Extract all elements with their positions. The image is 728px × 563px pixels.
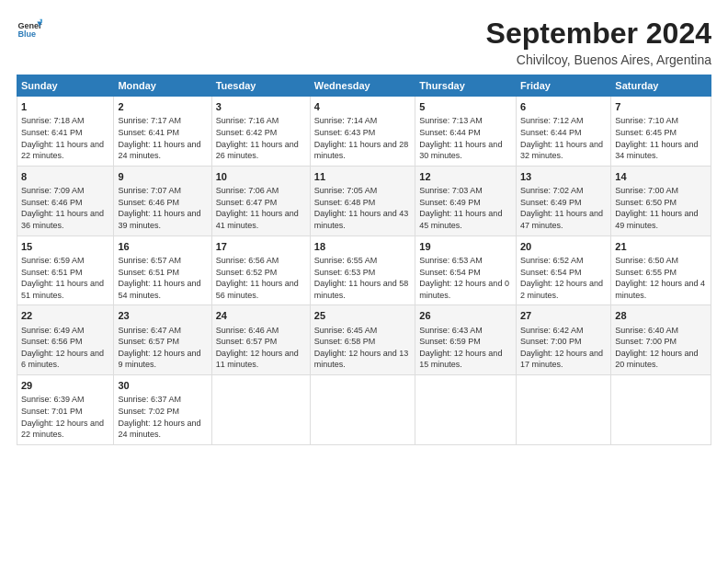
calendar-cell — [310, 375, 415, 445]
sunrise: Sunrise: 6:47 AM — [118, 326, 181, 335]
table-row: 1Sunrise: 7:18 AMSunset: 6:41 PMDaylight… — [17, 97, 711, 167]
daylight: Daylight: 11 hours and 47 minutes. — [520, 209, 603, 230]
calendar-cell: 7Sunrise: 7:10 AMSunset: 6:45 PMDaylight… — [611, 97, 711, 167]
day-number: 29 — [21, 379, 109, 393]
sunset: Sunset: 7:01 PM — [21, 407, 83, 416]
table-row: 29Sunrise: 6:39 AMSunset: 7:01 PMDayligh… — [17, 375, 711, 445]
daylight: Daylight: 11 hours and 32 minutes. — [520, 140, 603, 161]
sunset: Sunset: 7:00 PM — [615, 337, 677, 346]
calendar-cell: 16Sunrise: 6:57 AMSunset: 6:51 PMDayligh… — [114, 236, 211, 305]
sunset: Sunset: 6:57 PM — [118, 337, 179, 346]
sunset: Sunset: 6:51 PM — [118, 268, 179, 277]
calendar-cell: 8Sunrise: 7:09 AMSunset: 6:46 PMDaylight… — [17, 166, 114, 236]
day-number: 8 — [21, 170, 109, 184]
sunset: Sunset: 6:59 PM — [419, 337, 481, 346]
sunset: Sunset: 6:50 PM — [615, 198, 677, 207]
sunset: Sunset: 6:57 PM — [216, 337, 278, 346]
col-monday: Monday — [114, 75, 211, 97]
day-number: 20 — [520, 240, 607, 254]
sunrise: Sunrise: 7:14 AM — [314, 116, 378, 125]
daylight: Daylight: 11 hours and 45 minutes. — [419, 209, 502, 230]
daylight: Daylight: 11 hours and 36 minutes. — [21, 209, 104, 230]
calendar-cell: 27Sunrise: 6:42 AMSunset: 7:00 PMDayligh… — [516, 305, 610, 375]
table-row: 15Sunrise: 6:59 AMSunset: 6:51 PMDayligh… — [17, 236, 711, 305]
title-area: September 2024 Chivilcoy, Buenos Aires, … — [486, 17, 711, 67]
sunrise: Sunrise: 6:46 AM — [216, 326, 279, 335]
calendar-cell: 20Sunrise: 6:52 AMSunset: 6:54 PMDayligh… — [516, 236, 610, 305]
day-number: 4 — [314, 100, 412, 114]
sunset: Sunset: 7:02 PM — [118, 407, 179, 416]
sunrise: Sunrise: 7:18 AM — [21, 116, 85, 125]
calendar-cell: 17Sunrise: 6:56 AMSunset: 6:52 PMDayligh… — [211, 236, 310, 305]
day-number: 30 — [118, 379, 207, 393]
month-title: September 2024 — [486, 17, 711, 51]
calendar-cell: 3Sunrise: 7:16 AMSunset: 6:42 PMDaylight… — [211, 97, 310, 167]
daylight: Daylight: 11 hours and 24 minutes. — [118, 140, 200, 161]
sunrise: Sunrise: 7:09 AM — [21, 186, 85, 195]
sunset: Sunset: 7:00 PM — [520, 337, 582, 346]
daylight: Daylight: 12 hours and 4 minutes. — [615, 279, 705, 300]
sunrise: Sunrise: 6:53 AM — [419, 256, 483, 265]
sunrise: Sunrise: 6:56 AM — [216, 256, 279, 265]
calendar-cell: 26Sunrise: 6:43 AMSunset: 6:59 PMDayligh… — [415, 305, 517, 375]
sunset: Sunset: 6:54 PM — [520, 268, 582, 277]
day-number: 6 — [520, 100, 607, 114]
calendar-cell: 29Sunrise: 6:39 AMSunset: 7:01 PMDayligh… — [17, 375, 114, 445]
calendar-cell: 12Sunrise: 7:03 AMSunset: 6:49 PMDayligh… — [415, 166, 517, 236]
daylight: Daylight: 11 hours and 30 minutes. — [419, 140, 502, 161]
sunset: Sunset: 6:55 PM — [615, 268, 677, 277]
sunset: Sunset: 6:41 PM — [118, 128, 179, 137]
calendar-cell: 14Sunrise: 7:00 AMSunset: 6:50 PMDayligh… — [611, 166, 711, 236]
table-row: 8Sunrise: 7:09 AMSunset: 6:46 PMDaylight… — [17, 166, 711, 236]
day-number: 7 — [615, 100, 707, 114]
sunset: Sunset: 6:54 PM — [419, 268, 481, 277]
col-thursday: Thursday — [415, 75, 517, 97]
sunrise: Sunrise: 6:45 AM — [314, 326, 378, 335]
daylight: Daylight: 12 hours and 15 minutes. — [419, 349, 502, 370]
day-number: 9 — [118, 170, 207, 184]
calendar-table: Sunday Monday Tuesday Wednesday Thursday… — [17, 75, 711, 445]
day-number: 2 — [118, 100, 207, 114]
calendar-cell — [211, 375, 310, 445]
calendar-cell: 5Sunrise: 7:13 AMSunset: 6:44 PMDaylight… — [415, 97, 517, 167]
col-saturday: Saturday — [611, 75, 711, 97]
sunset: Sunset: 6:44 PM — [520, 128, 582, 137]
sunrise: Sunrise: 7:00 AM — [615, 186, 678, 195]
calendar-cell: 1Sunrise: 7:18 AMSunset: 6:41 PMDaylight… — [17, 97, 114, 167]
calendar-cell: 24Sunrise: 6:46 AMSunset: 6:57 PMDayligh… — [211, 305, 310, 375]
sunrise: Sunrise: 7:05 AM — [314, 186, 378, 195]
day-number: 28 — [615, 309, 707, 323]
sunrise: Sunrise: 7:13 AM — [419, 116, 483, 125]
day-number: 27 — [520, 309, 607, 323]
calendar-cell: 10Sunrise: 7:06 AMSunset: 6:47 PMDayligh… — [211, 166, 310, 236]
calendar-cell: 4Sunrise: 7:14 AMSunset: 6:43 PMDaylight… — [310, 97, 415, 167]
day-number: 24 — [216, 309, 306, 323]
col-friday: Friday — [516, 75, 610, 97]
col-wednesday: Wednesday — [310, 75, 415, 97]
day-number: 14 — [615, 170, 707, 184]
sunrise: Sunrise: 6:43 AM — [419, 326, 483, 335]
daylight: Daylight: 12 hours and 20 minutes. — [615, 349, 698, 370]
calendar-cell: 6Sunrise: 7:12 AMSunset: 6:44 PMDaylight… — [516, 97, 610, 167]
sunrise: Sunrise: 6:50 AM — [615, 256, 678, 265]
daylight: Daylight: 12 hours and 2 minutes. — [520, 279, 603, 300]
header-row: Sunday Monday Tuesday Wednesday Thursday… — [17, 75, 711, 97]
daylight: Daylight: 11 hours and 58 minutes. — [314, 279, 409, 300]
daylight: Daylight: 11 hours and 34 minutes. — [615, 140, 698, 161]
sunset: Sunset: 6:41 PM — [21, 128, 83, 137]
daylight: Daylight: 12 hours and 17 minutes. — [520, 349, 603, 370]
sunrise: Sunrise: 6:39 AM — [21, 395, 85, 404]
sunrise: Sunrise: 7:10 AM — [615, 116, 678, 125]
table-row: 22Sunrise: 6:49 AMSunset: 6:56 PMDayligh… — [17, 305, 711, 375]
sunset: Sunset: 6:46 PM — [21, 198, 83, 207]
daylight: Daylight: 11 hours and 49 minutes. — [615, 209, 698, 230]
sunset: Sunset: 6:46 PM — [118, 198, 179, 207]
daylight: Daylight: 11 hours and 43 minutes. — [314, 209, 409, 230]
logo-icon: General Blue — [17, 17, 42, 42]
daylight: Daylight: 12 hours and 6 minutes. — [21, 349, 104, 370]
logo: General Blue — [17, 17, 42, 42]
daylight: Daylight: 11 hours and 28 minutes. — [314, 140, 409, 161]
calendar-cell — [516, 375, 610, 445]
sunrise: Sunrise: 7:16 AM — [216, 116, 279, 125]
day-number: 11 — [314, 170, 412, 184]
